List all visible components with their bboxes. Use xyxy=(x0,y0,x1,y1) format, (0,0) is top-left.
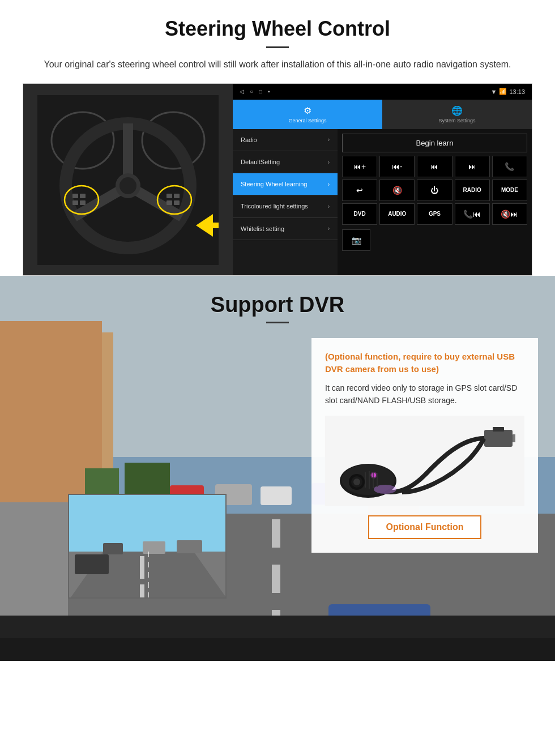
ctrl-phone-prev[interactable]: 📞⏮ xyxy=(455,203,490,225)
dvr-background: Support DVR (Optional fu xyxy=(0,276,555,661)
svg-rect-24 xyxy=(272,565,280,593)
tab-system-settings[interactable]: 🌐 System Settings xyxy=(382,100,532,129)
svg-rect-15 xyxy=(166,194,172,198)
dvr-camera-illustration xyxy=(325,416,524,506)
nav-icons: ◁ ○ □ ▪ xyxy=(240,88,270,95)
svg-rect-38 xyxy=(0,638,555,661)
ctrl-prev-track[interactable]: ⏮ xyxy=(417,156,452,177)
android-statusbar: ◁ ○ □ ▪ ▼ 📶 13:13 xyxy=(233,84,532,100)
title-divider xyxy=(266,46,289,48)
tab-system-label: System Settings xyxy=(438,118,475,123)
android-content: Radio › DefaultSetting › Steering Wheel … xyxy=(233,129,532,275)
svg-rect-14 xyxy=(80,200,86,205)
back-icon[interactable]: ◁ xyxy=(240,88,244,95)
begin-learn-row: Begin learn xyxy=(342,134,527,152)
control-grid: ⏮+ ⏮- ⏮ ⏭ 📞 ↩ 🔇 ⏻ RADIO MODE DVD AUDIO xyxy=(342,156,527,225)
steering-composite: ◁ ○ □ ▪ ▼ 📶 13:13 ⚙ General Settings xyxy=(23,83,532,276)
svg-rect-16 xyxy=(174,194,180,198)
svg-rect-18 xyxy=(174,200,180,205)
menu-item-whitelist[interactable]: Whitelist setting › xyxy=(233,218,338,240)
ctrl-vol-plus[interactable]: ⏮+ xyxy=(342,156,377,177)
svg-rect-51 xyxy=(513,434,515,442)
menu-item-tricoloured[interactable]: Tricoloured light settings › xyxy=(233,195,338,217)
tab-general-settings[interactable]: ⚙ General Settings xyxy=(233,100,382,129)
ctrl-hang-up[interactable]: ↩ xyxy=(342,180,377,201)
svg-rect-12 xyxy=(80,194,86,198)
svg-rect-50 xyxy=(493,427,504,432)
svg-point-58 xyxy=(370,472,377,479)
begin-learn-button[interactable]: Begin learn xyxy=(342,134,527,152)
svg-rect-45 xyxy=(143,541,165,554)
home-icon[interactable]: ○ xyxy=(250,88,253,95)
dvr-optional-text: (Optional function, require to buy exter… xyxy=(325,351,524,376)
ctrl-mute[interactable]: 🔇 xyxy=(379,180,415,201)
ctrl-power[interactable]: ⏻ xyxy=(417,180,452,201)
svg-rect-42 xyxy=(140,556,144,579)
ctrl-audio[interactable]: AUDIO xyxy=(379,203,415,225)
svg-rect-46 xyxy=(177,540,202,553)
chevron-icon: › xyxy=(328,225,330,232)
svg-rect-11 xyxy=(72,194,78,198)
svg-rect-23 xyxy=(272,519,280,548)
chevron-icon: › xyxy=(328,136,330,143)
ctrl-radio[interactable]: RADIO xyxy=(455,180,490,201)
ctrl-camera[interactable]: 📷 xyxy=(342,229,370,251)
bottom-icon-row: 📷 xyxy=(342,229,527,251)
menu-item-steering-wheel[interactable]: Steering Wheel learning › xyxy=(233,173,338,195)
ctrl-dvd[interactable]: DVD xyxy=(342,203,377,225)
android-main-controls: Begin learn ⏮+ ⏮- ⏮ ⏭ 📞 ↩ 🔇 ⏻ xyxy=(338,129,532,275)
menu-item-defaultsetting[interactable]: DefaultSetting › xyxy=(233,151,338,173)
menu-item-radio[interactable]: Radio › xyxy=(233,129,338,151)
svg-rect-49 xyxy=(484,430,513,447)
svg-rect-13 xyxy=(72,200,78,205)
status-right: ▼ 📶 13:13 xyxy=(491,88,525,95)
svg-point-8 xyxy=(119,177,136,194)
signal-icon: ▼ xyxy=(491,88,497,95)
svg-rect-43 xyxy=(140,584,144,599)
time-display: 13:13 xyxy=(509,88,525,95)
gear-icon: ⚙ xyxy=(304,105,311,116)
svg-rect-47 xyxy=(75,554,109,574)
steering-title: Steering Wheel Control xyxy=(23,17,532,41)
dvr-thumbnail xyxy=(68,494,227,599)
svg-rect-17 xyxy=(166,200,172,205)
dvr-title-area: Support DVR xyxy=(0,276,555,323)
svg-rect-33 xyxy=(261,486,292,505)
optional-function-button[interactable]: Optional Function xyxy=(368,515,482,539)
tab-general-label: General Settings xyxy=(288,118,326,123)
steering-photo xyxy=(23,84,233,276)
dvr-title-divider xyxy=(266,322,289,323)
dvr-info-card: (Optional function, require to buy exter… xyxy=(311,338,538,553)
steering-wheel-section: Steering Wheel Control Your original car… xyxy=(0,0,555,276)
chevron-icon: › xyxy=(328,203,330,210)
wifi-icon: 📶 xyxy=(499,88,507,95)
chevron-icon: › xyxy=(328,159,330,165)
ctrl-phone[interactable]: 📞 xyxy=(492,156,527,177)
ctrl-next-track[interactable]: ⏭ xyxy=(455,156,490,177)
svg-rect-44 xyxy=(103,543,123,554)
dvr-title: Support DVR xyxy=(0,293,555,317)
steering-description: Your original car's steering wheel contr… xyxy=(34,57,521,72)
chevron-active-icon: › xyxy=(328,181,330,187)
svg-point-56 xyxy=(353,479,360,485)
android-tabs: ⚙ General Settings 🌐 System Settings xyxy=(233,100,532,129)
ctrl-gps[interactable]: GPS xyxy=(417,203,452,225)
dvr-description: It can record video only to storage in G… xyxy=(325,382,524,407)
ctrl-mode[interactable]: MODE xyxy=(492,180,527,201)
menu-icon[interactable]: ▪ xyxy=(268,88,270,95)
support-dvr-section: Support DVR (Optional fu xyxy=(0,276,555,661)
system-icon: 🌐 xyxy=(451,105,463,116)
recents-icon[interactable]: □ xyxy=(259,88,262,95)
android-ui-panel: ◁ ○ □ ▪ ▼ 📶 13:13 ⚙ General Settings xyxy=(233,84,532,275)
android-menu: Radio › DefaultSetting › Steering Wheel … xyxy=(233,129,338,275)
ctrl-vol-minus[interactable]: ⏮- xyxy=(379,156,415,177)
ctrl-mute-next[interactable]: 🔇⏭ xyxy=(492,203,527,225)
